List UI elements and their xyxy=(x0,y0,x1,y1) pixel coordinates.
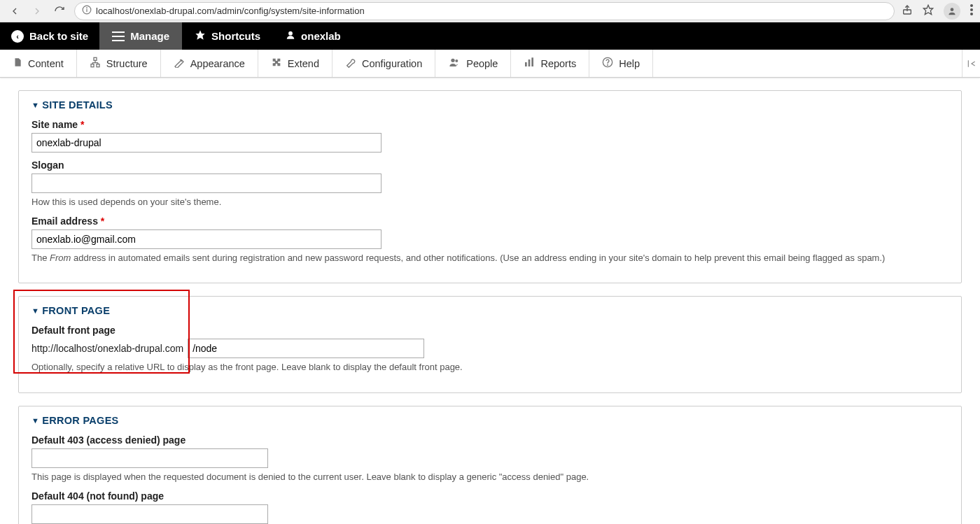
menu-appearance[interactable]: Appearance xyxy=(161,50,258,77)
site-name-input[interactable] xyxy=(31,133,382,153)
panel-summary[interactable]: ▼ FRONT PAGE xyxy=(31,305,948,316)
tab-label: onexlab xyxy=(301,30,341,42)
profile-avatar[interactable] xyxy=(944,3,960,20)
kebab-menu-icon[interactable] xyxy=(970,4,973,17)
svg-marker-9 xyxy=(195,30,204,39)
url-text: localhost/onexlab-drupal.com/admin/confi… xyxy=(96,6,365,16)
svg-point-8 xyxy=(970,13,973,15)
user-icon xyxy=(286,29,295,43)
menu-label: Help xyxy=(619,58,640,69)
slogan-description: How this is used depends on your site's … xyxy=(31,196,948,208)
url-bar[interactable]: localhost/onexlab-drupal.com/admin/confi… xyxy=(74,2,895,20)
menu-label: People xyxy=(466,58,498,69)
share-icon[interactable] xyxy=(902,4,913,17)
p403-label: Default 403 (access denied) page xyxy=(31,434,948,446)
email-label: Email address * xyxy=(31,215,948,227)
menu-help[interactable]: Help xyxy=(589,50,653,77)
tab-shortcuts[interactable]: Shortcuts xyxy=(182,22,273,50)
panel-error-pages: ▼ ERROR PAGES Default 403 (access denied… xyxy=(18,406,962,524)
form-item-email: Email address * The From address in auto… xyxy=(31,215,948,264)
svg-point-5 xyxy=(951,8,954,11)
p404-label: Default 404 (not found) page xyxy=(31,490,948,502)
panel-title: ERROR PAGES xyxy=(42,415,118,426)
file-icon xyxy=(13,57,22,70)
paintbrush-icon xyxy=(174,57,185,70)
triangle-down-icon: ▼ xyxy=(31,306,39,315)
svg-rect-21 xyxy=(528,59,531,66)
site-name-label: Site name * xyxy=(31,119,948,130)
bookmark-star-icon[interactable] xyxy=(923,4,934,17)
wrench-icon xyxy=(345,57,356,70)
site-info-icon xyxy=(82,5,92,17)
menu-label: Extend xyxy=(288,58,319,69)
triangle-down-icon: ▼ xyxy=(31,101,39,109)
reload-button[interactable] xyxy=(52,3,67,19)
svg-point-2 xyxy=(87,8,88,8)
back-to-site-label: Back to site xyxy=(29,30,88,42)
menu-extend[interactable]: Extend xyxy=(258,50,332,77)
browser-chrome: localhost/onexlab-drupal.com/admin/confi… xyxy=(0,0,980,22)
svg-point-10 xyxy=(288,31,293,36)
svg-rect-13 xyxy=(97,64,99,67)
back-button[interactable] xyxy=(7,3,22,19)
svg-rect-11 xyxy=(94,57,97,60)
menu-label: Appearance xyxy=(190,58,245,69)
menu-configuration[interactable]: Configuration xyxy=(332,50,435,77)
slogan-label: Slogan xyxy=(31,160,948,171)
triangle-down-icon: ▼ xyxy=(31,416,39,425)
svg-rect-20 xyxy=(525,62,527,66)
svg-rect-22 xyxy=(532,57,534,66)
back-to-site[interactable]: ‹ Back to site xyxy=(0,22,99,50)
chevron-left-icon: ‹ xyxy=(11,30,24,43)
menu-label: Content xyxy=(28,58,64,69)
front-page-prefix: http://localhost/onexlab-drupal.com xyxy=(31,343,183,354)
menu-people[interactable]: People xyxy=(435,50,511,77)
email-description: The From address in automated emails sen… xyxy=(31,252,948,264)
p403-input[interactable] xyxy=(31,448,268,468)
email-input[interactable] xyxy=(31,229,382,249)
front-page-description: Optionally, specify a relative URL to di… xyxy=(31,361,948,374)
menu-label: Structure xyxy=(106,58,148,69)
bar-chart-icon xyxy=(524,57,535,70)
svg-point-19 xyxy=(456,59,458,62)
p403-description: This page is displayed when the requeste… xyxy=(31,471,948,483)
admin-toolbar: ‹ Back to site Manage Shortcuts onexlab xyxy=(0,22,980,50)
svg-marker-4 xyxy=(923,5,932,14)
front-page-label: Default front page xyxy=(31,325,948,336)
svg-point-18 xyxy=(451,59,455,62)
menu-reports[interactable]: Reports xyxy=(511,50,589,77)
hierarchy-icon xyxy=(90,57,101,70)
people-icon xyxy=(448,57,461,70)
menu-label: Reports xyxy=(540,58,576,69)
panel-summary[interactable]: ▼ SITE DETAILS xyxy=(31,99,948,111)
form-item-site-name: Site name * xyxy=(31,119,948,153)
form-item-front-page: Default front page http://localhost/onex… xyxy=(31,325,948,374)
help-icon xyxy=(602,57,613,70)
tab-label: Manage xyxy=(130,30,169,42)
tab-manage[interactable]: Manage xyxy=(99,22,182,50)
tab-user[interactable]: onexlab xyxy=(273,22,354,50)
tab-label: Shortcuts xyxy=(211,30,260,42)
svg-point-7 xyxy=(970,8,973,11)
slogan-input[interactable] xyxy=(31,174,382,193)
panel-title: FRONT PAGE xyxy=(42,305,110,316)
collapse-menu-icon[interactable] xyxy=(962,50,980,77)
forward-button[interactable] xyxy=(29,3,45,19)
p404-input[interactable] xyxy=(31,504,268,524)
panel-summary[interactable]: ▼ ERROR PAGES xyxy=(31,415,948,426)
form-item-404: Default 404 (not found) page This page i… xyxy=(31,490,948,524)
svg-point-6 xyxy=(970,4,973,7)
star-icon xyxy=(195,29,206,43)
menu-content[interactable]: Content xyxy=(0,50,77,77)
svg-rect-12 xyxy=(91,64,94,67)
puzzle-icon xyxy=(271,57,282,70)
form-item-403: Default 403 (access denied) page This pa… xyxy=(31,434,948,483)
svg-point-24 xyxy=(608,65,608,66)
chrome-right xyxy=(902,3,973,20)
form-item-slogan: Slogan How this is used depends on your … xyxy=(31,160,948,208)
admin-menu: Content Structure Appearance Extend Conf… xyxy=(0,50,980,78)
panel-front-page: ▼ FRONT PAGE Default front page http://l… xyxy=(18,296,962,392)
front-page-input[interactable] xyxy=(188,339,424,358)
menu-label: Configuration xyxy=(362,58,422,69)
menu-structure[interactable]: Structure xyxy=(77,50,161,77)
